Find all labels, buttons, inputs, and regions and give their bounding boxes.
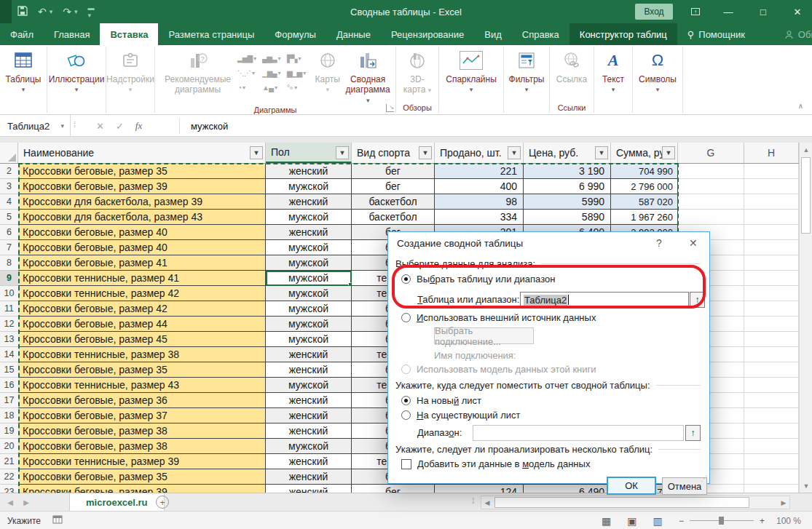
dialog-close-icon[interactable]: ✕ [689,237,698,249]
maps-button[interactable]: Карты▾ [312,47,343,93]
cell-gender[interactable]: мужской [266,378,352,393]
page-layout-view-icon[interactable]: ▣ [627,515,636,527]
customize-qat-icon[interactable]: ▬▾ [88,4,95,19]
tab-file[interactable]: Файл [0,23,44,45]
row-header[interactable]: 2 [0,164,18,179]
cell-sum[interactable]: 2 796 000 [611,179,678,194]
cell-gender[interactable]: мужской [266,286,352,301]
cell-gender[interactable]: женский [266,164,352,179]
row-header[interactable]: 22 [0,469,18,485]
cell-h[interactable] [744,194,799,210]
cell-gender[interactable]: женский [266,347,352,362]
row-header[interactable]: 17 [0,393,18,408]
cell-sport[interactable]: бег [352,164,435,179]
cell-gender[interactable]: мужской [266,271,352,286]
cell-price[interactable]: 6 990 [524,179,611,194]
undo-icon[interactable]: ↶ [38,6,47,17]
cell-price[interactable]: 6 490 [524,485,611,493]
tab-page-layout[interactable]: Разметка страницы [158,23,264,45]
cell-gender[interactable]: женский [266,454,352,469]
cell-g[interactable] [678,210,744,225]
row-header[interactable]: 9 [0,271,18,286]
cell-name[interactable]: Кроссовки теннисные, размер 42 [18,286,266,301]
checkbox-add-to-data-model[interactable]: Добавить эти данные в модель данных [401,458,590,469]
cell-gender[interactable]: мужской [266,439,352,454]
filter-dropdown-icon[interactable]: ▼ [595,146,608,159]
cell-name[interactable]: Кроссовки теннисные, размер 39 [18,454,266,469]
cell-sold[interactable]: 400 [435,179,524,194]
cell-sum[interactable]: 704 990 [611,164,678,179]
link-button[interactable]: Ссылка [553,47,591,84]
cell-name[interactable]: Кроссовки беговые, размер 40 [18,240,266,255]
resize-grip-icon[interactable]: ⋰ [701,474,708,482]
radio-data-model[interactable]: Использовать модель данных этой книги [401,364,596,375]
row-header[interactable]: 14 [0,347,18,362]
close-icon[interactable]: ✕ [783,0,812,23]
cell-h[interactable] [744,164,799,179]
column-header-h[interactable]: H [744,143,799,163]
cell-name[interactable]: Кроссовки беговые, размер 42 [18,301,266,317]
pivot-chart-button[interactable]: Своднаядиаграмма ▾ [343,47,393,106]
tab-assistant[interactable]: ⚲Помощник [677,23,755,45]
cell-gender[interactable]: мужской [266,179,352,194]
filter-dropdown-icon[interactable]: ▼ [336,146,349,159]
zoom-slider[interactable] [690,520,754,521]
cell-gender[interactable]: женский [266,194,352,210]
scroll-right-icon[interactable]: ▶ [778,496,789,509]
cell-gender[interactable]: женский [266,423,352,439]
location-range-input[interactable] [473,425,684,441]
cell-h[interactable] [744,179,799,194]
bar-chart-icon[interactable]: ▄▆▃▾ [262,51,287,65]
cell-name[interactable]: Кроссовки беговые, размер 38 [18,439,266,454]
cell-gender[interactable]: женский [266,393,352,408]
enter-entry-icon[interactable]: ✓ [116,121,124,132]
cell-h[interactable] [744,423,799,439]
cell-sum[interactable]: 587 020 [611,194,678,210]
hierarchy-chart-icon[interactable]: ▛▚▾ [287,51,312,65]
cell-h[interactable] [744,347,799,362]
tab-share[interactable]: Общий доступ [774,23,812,45]
vertical-scrollbar[interactable]: ▲ ▼ [799,143,812,493]
cell-h[interactable] [744,332,799,347]
column-header-gender[interactable]: Пол▼ [266,143,352,163]
tab-home[interactable]: Главная [44,23,100,45]
sign-in-button[interactable]: Вход [635,4,673,20]
cell-sold[interactable]: 98 [435,194,524,210]
select-all-corner[interactable] [0,143,18,163]
choose-connection-button[interactable]: Выбрать подключение... [434,327,534,344]
cell-h[interactable] [744,485,799,493]
tab-review[interactable]: Рецензирование [381,23,474,45]
tab-insert[interactable]: Вставка [100,23,158,45]
addins-button[interactable]: Надстройки▾ [109,47,151,93]
cell-sport[interactable]: баскетбол [352,210,435,225]
pie-chart-icon[interactable]: ◔▾ [237,80,262,95]
cell-name[interactable]: Кроссовки беговые, размер 35 [18,164,266,179]
collapse-dialog-picker-icon[interactable]: ↑ [685,425,701,441]
cell-h[interactable] [744,286,799,301]
scroll-down-icon[interactable]: ▼ [800,480,812,492]
cell-name[interactable]: Кроссовки беговые, размер 37 [18,408,266,423]
cell-h[interactable] [744,240,799,255]
cell-h[interactable] [744,225,799,240]
radio-existing-worksheet[interactable]: На существующий лист [401,410,520,421]
cell-h[interactable] [744,393,799,408]
page-break-view-icon[interactable]: ▥ [653,515,662,527]
cell-name[interactable]: Кроссовки беговые, размер 45 [18,332,266,347]
cell-price[interactable]: 5990 [524,194,611,210]
horizontal-scrollbar-thumb[interactable] [494,497,749,508]
row-header[interactable]: 21 [0,454,18,469]
cell-sport[interactable]: бег [352,179,435,194]
cell-gender[interactable]: женский [266,225,352,240]
filter-dropdown-icon[interactable]: ▼ [419,146,432,159]
cell-gender[interactable]: мужской [266,210,352,225]
cell-h[interactable] [744,378,799,393]
cell-h[interactable] [744,408,799,423]
zoom-slider-thumb[interactable] [719,517,724,525]
row-header[interactable]: 4 [0,194,18,210]
cell-name[interactable]: Кроссовки для баскетбола, размер 43 [18,210,266,225]
map-3d-button[interactable]: 3D-карта ▾ [399,47,435,95]
insert-function-icon[interactable]: fx [135,120,142,132]
cell-name[interactable]: Кроссовки беговые, размер 35 [18,362,266,378]
filter-dropdown-icon[interactable]: ▼ [250,146,263,159]
column-header-sold[interactable]: Продано, шт.▼ [435,143,524,163]
